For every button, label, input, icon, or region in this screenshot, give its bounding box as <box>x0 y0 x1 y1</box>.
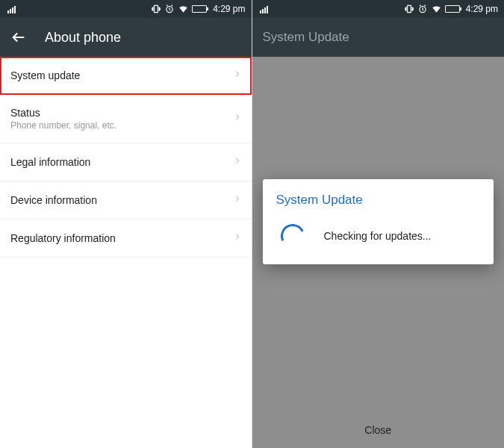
row-status[interactable]: Status Phone number, signal, etc. <box>0 95 252 143</box>
dialog-message: Checking for updates... <box>324 230 432 242</box>
row-label: Status <box>10 107 234 119</box>
row-regulatory-information[interactable]: Regulatory information <box>0 220 252 258</box>
clock: 4:29 pm <box>213 4 245 14</box>
page-title: About phone <box>45 30 121 46</box>
wifi-icon <box>178 4 189 14</box>
row-legal-information[interactable]: Legal information <box>0 143 252 181</box>
system-update-dialog: System Update Checking for updates... <box>263 179 494 264</box>
row-label: Device information <box>10 194 234 206</box>
loading-spinner-icon <box>277 220 308 251</box>
status-bar: 4:29 pm <box>0 0 252 18</box>
app-bar: System Update <box>252 18 505 57</box>
signal-icon <box>7 4 16 13</box>
alarm-icon <box>164 4 175 14</box>
chevron-right-icon <box>234 193 241 207</box>
page-title: System Update <box>263 30 349 45</box>
dialog-title: System Update <box>276 193 481 208</box>
chevron-right-icon <box>234 231 241 245</box>
row-device-information[interactable]: Device information <box>0 181 252 220</box>
close-button[interactable]: Close <box>252 424 505 436</box>
arrow-left-icon <box>10 29 27 46</box>
chevron-right-icon <box>234 112 241 125</box>
row-label: System update <box>10 69 234 81</box>
chevron-right-icon <box>234 69 241 82</box>
status-bar: 4:29 pm <box>252 0 505 18</box>
screen-system-update: 4:29 pm System Update System Update Chec… <box>252 0 505 448</box>
battery-icon <box>445 5 460 13</box>
wifi-icon <box>431 4 442 14</box>
signal-icon <box>260 4 268 13</box>
row-sublabel: Phone number, signal, etc. <box>10 120 234 131</box>
app-bar: About phone <box>0 18 252 57</box>
settings-list: System update Status Phone number, signa… <box>0 57 252 258</box>
vibrate-icon <box>151 4 161 14</box>
vibrate-icon <box>404 4 414 14</box>
row-label: Regulatory information <box>10 232 234 244</box>
row-system-update[interactable]: System update <box>0 57 252 95</box>
clock: 4:29 pm <box>466 4 498 14</box>
back-button[interactable] <box>10 29 27 46</box>
row-label: Legal information <box>10 156 234 168</box>
battery-icon <box>192 5 207 13</box>
screen-about-phone: 4:29 pm About phone System update Status… <box>0 0 252 448</box>
alarm-icon <box>417 4 428 14</box>
chevron-right-icon <box>234 155 241 169</box>
